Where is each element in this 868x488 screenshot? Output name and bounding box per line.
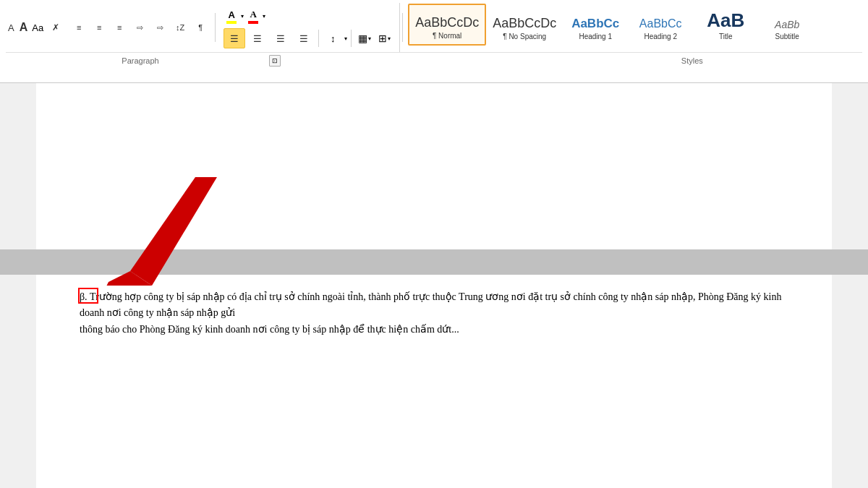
style-subtitle-label: Subtitle xyxy=(775,33,799,40)
style-no-spacing[interactable]: AaBbCcDc ¶ No Spacing xyxy=(486,4,563,46)
numbering-btn[interactable]: ≡ xyxy=(90,18,109,37)
paragraph-marker: β. Trường hợp công ty bị sáp nhập có địa… xyxy=(80,291,781,318)
font-color-btn[interactable]: A xyxy=(245,7,261,26)
multilevel-btn[interactable]: ≡ xyxy=(110,18,129,37)
font-size-indicator: A xyxy=(6,22,17,33)
style-title[interactable]: AaB Title xyxy=(693,4,758,46)
dropdown-arrow3[interactable]: ▾ xyxy=(344,35,347,42)
divider2 xyxy=(351,30,352,47)
ribbon-label-row: Paragraph ⊡ Styles xyxy=(6,52,862,68)
dropdown-arrow1[interactable]: ▾ xyxy=(241,13,244,20)
align-right-btn[interactable]: ☰ xyxy=(270,28,292,48)
divider3 xyxy=(402,13,403,42)
paragraph-group-label: Paragraph xyxy=(12,56,269,65)
paragraph-text[interactable]: β. Trường hợp công ty bị sáp nhập có địa… xyxy=(80,289,788,322)
styles-group-label: Styles xyxy=(295,56,862,65)
paragraph-group: A ▾ A ▾ ☰ ☰ ☰ ☰ ↕ xyxy=(218,3,400,52)
shading-dropdown[interactable]: ▾ xyxy=(368,35,371,42)
red-highlight-box xyxy=(78,288,98,304)
style-nospacing-label: ¶ No Spacing xyxy=(503,33,546,40)
ribbon-top-row: A A Aa ✗ ≡ ≡ ≡ ⇨ ⇨ ↕Z ¶ A xyxy=(6,3,862,52)
highlight-color-btn[interactable]: A xyxy=(224,7,239,26)
highlight-bar xyxy=(226,21,237,24)
align-center-btn[interactable]: ☰ xyxy=(247,28,268,48)
style-h2-label: Heading 2 xyxy=(644,33,677,40)
show-hide-btn[interactable]: ¶ xyxy=(191,18,210,37)
borders-btn[interactable]: ⊞ ▾ xyxy=(375,30,393,46)
font-color-icon: A xyxy=(250,9,256,20)
divider1 xyxy=(215,13,216,42)
increase-indent-btn[interactable]: ⇨ xyxy=(150,18,169,37)
font-color-bar xyxy=(248,21,258,24)
style-normal[interactable]: AaBbCcDc ¶ Normal xyxy=(408,4,486,46)
styles-group: AaBbCcDc ¶ Normal AaBbCcDc ¶ No Spacing … xyxy=(405,3,862,52)
font-large-a: A xyxy=(18,21,30,34)
style-subtitle-preview: AaBb xyxy=(775,20,799,30)
style-subtitle[interactable]: AaBb Subtitle xyxy=(758,4,816,46)
style-normal-label: ¶ Normal xyxy=(433,32,461,40)
font-format-icon: Aa xyxy=(30,22,45,33)
divider-align xyxy=(318,30,319,47)
style-title-preview: AaB xyxy=(707,11,744,30)
lower-page-wrapper: β. Trường hợp công ty bị sáp nhập có địa… xyxy=(0,275,868,488)
style-normal-preview: AaBbCcDc xyxy=(415,16,479,29)
alignment-row: ☰ ☰ ☰ ☰ ↕ ▾ ▦ ▾ ⊞ ▾ xyxy=(224,28,393,48)
style-h1-preview: AaBbCc xyxy=(571,17,619,30)
main-content: β. Trường hợp công ty bị sáp nhập có địa… xyxy=(0,83,868,488)
paragraph-expand-btn[interactable]: ⊡ xyxy=(269,55,281,67)
shading-btn[interactable]: ▦ ▾ xyxy=(355,30,374,46)
style-nospacing-preview: AaBbCcDc xyxy=(493,17,556,30)
paragraph-text2[interactable]: thông báo cho Phòng Đăng ký kinh doanh n… xyxy=(80,322,788,338)
highlight-icon: A xyxy=(228,9,234,20)
borders-dropdown[interactable]: ▾ xyxy=(388,35,391,42)
line-spacing-btn[interactable]: ↕ xyxy=(323,28,343,48)
style-h1-label: Heading 1 xyxy=(579,33,612,40)
style-heading1[interactable]: AaBbCc Heading 1 xyxy=(563,4,628,46)
align-justify-btn[interactable]: ☰ xyxy=(293,28,315,48)
style-h2-preview: AaBbCc xyxy=(639,18,682,30)
bullets-btn[interactable]: ≡ xyxy=(69,18,88,37)
page-break xyxy=(0,249,868,275)
color-row: A ▾ A ▾ xyxy=(224,7,393,26)
clear-format-btn[interactable]: ✗ xyxy=(46,18,65,37)
borders-icon: ⊞ xyxy=(378,33,387,44)
decrease-indent-btn[interactable]: ⇨ xyxy=(130,18,149,37)
upper-page xyxy=(36,83,832,249)
upper-page-area xyxy=(0,83,868,249)
align-left-btn[interactable]: ☰ xyxy=(224,28,245,48)
font-controls: A A Aa ✗ xyxy=(6,18,65,37)
sort-btn[interactable]: ↕Z xyxy=(171,18,190,37)
lower-page[interactable]: β. Trường hợp công ty bị sáp nhập có địa… xyxy=(36,275,832,488)
dropdown-arrow2[interactable]: ▾ xyxy=(263,13,265,20)
ribbon: A A Aa ✗ ≡ ≡ ≡ ⇨ ⇨ ↕Z ¶ A xyxy=(0,0,868,83)
style-title-label: Title xyxy=(719,33,733,40)
styles-row: AaBbCcDc ¶ Normal AaBbCcDc ¶ No Spacing … xyxy=(408,3,859,46)
shading-icon: ▦ xyxy=(358,33,367,44)
list-indent-group: ≡ ≡ ≡ ⇨ ⇨ ↕Z ¶ xyxy=(69,18,210,37)
style-heading2[interactable]: AaBbCc Heading 2 xyxy=(628,4,693,46)
paragraph-text2-content: thông báo cho Phòng Đăng ký kinh doanh n… xyxy=(80,324,459,335)
